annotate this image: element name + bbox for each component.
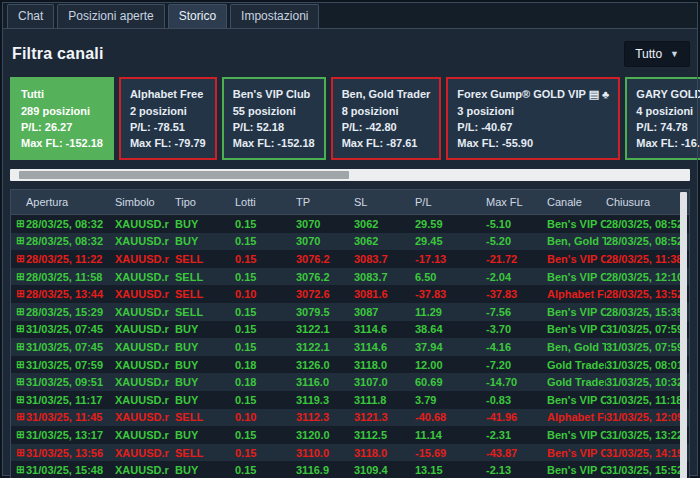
cell-lotti: 0.15 (235, 464, 296, 476)
cell-simbolo: XAUUSD.r (115, 464, 175, 476)
expand-row-icon[interactable]: ⊞ (16, 377, 26, 387)
cell-lotti: 0.15 (235, 341, 296, 353)
expand-row-icon[interactable]: ⊞ (16, 307, 26, 317)
cell-maxfl: -5.10 (486, 218, 547, 230)
table-row[interactable]: ⊞28/03/25, 08:32XAUUSD.rBUY0.15307030622… (11, 233, 689, 251)
expand-row-icon[interactable]: ⊞ (16, 324, 26, 334)
cell-tipo: BUY (175, 235, 235, 247)
table-row[interactable]: ⊞31/03/25, 07:45XAUUSD.rBUY0.153122.1311… (11, 338, 689, 356)
channel-card[interactable]: Ben, Gold Trader8 posizioniP/L: -42.80Ma… (331, 77, 442, 160)
tab-bar: ChatPosizioni aperteStoricoImpostazioni (2, 2, 698, 29)
cell-tipo: SELL (175, 253, 235, 265)
channel-card-pl: P/L: -78.51 (130, 119, 206, 135)
cell-chiusura: 31/03/25, 07:59 (606, 323, 689, 335)
cell-sl: 3062 (354, 235, 415, 247)
channel-card[interactable]: Forex Gump® GOLD VIP ▤ ♣3 posizioniP/L: … (446, 77, 620, 160)
cell-tipo: BUY (175, 429, 235, 441)
expand-row-icon[interactable]: ⊞ (16, 430, 26, 440)
table-row[interactable]: ⊞31/03/25, 13:17XAUUSD.rBUY0.153120.0311… (11, 426, 689, 444)
cell-apertura: 31/03/25, 13:56 (26, 447, 115, 459)
expand-row-icon[interactable]: ⊞ (16, 465, 26, 475)
cell-chiusura: 28/03/25, 08:52 (606, 235, 689, 247)
vertical-scrollbar[interactable] (680, 192, 687, 478)
cell-pl: 29.59 (415, 218, 486, 230)
cell-lotti: 0.10 (235, 288, 296, 300)
cell-pl: 13.15 (415, 464, 486, 476)
table-row[interactable]: ⊞31/03/25, 09:51XAUUSD.rBUY0.183116.0310… (11, 373, 689, 391)
channel-card[interactable]: GARY GOLD TRADER4 posizioniP/L: 74.78Max… (625, 77, 700, 160)
cell-simbolo: XAUUSD.r (115, 323, 175, 335)
cell-tp: 3076.2 (296, 271, 354, 283)
table-row[interactable]: ⊞28/03/25, 11:22XAUUSD.rSELL0.153076.230… (11, 250, 689, 268)
cell-maxfl: -2.31 (486, 429, 547, 441)
cell-canale: Ben's VIP C (547, 306, 606, 318)
horizontal-scrollbar[interactable] (10, 169, 690, 181)
table-row[interactable]: ⊞28/03/25, 15:29XAUUSD.rSELL0.153079.530… (11, 303, 689, 321)
expand-row-icon[interactable]: ⊞ (16, 254, 26, 264)
cell-sl: 3081.6 (354, 288, 415, 300)
expand-row-icon[interactable]: ⊞ (16, 272, 26, 282)
cell-sl: 3114.6 (354, 323, 415, 335)
cell-simbolo: XAUUSD.r (115, 341, 175, 353)
page-title: Filtra canali (12, 45, 104, 63)
cell-simbolo: XAUUSD.r (115, 271, 175, 283)
table-row[interactable]: ⊞31/03/25, 15:48XAUUSD.rBUY0.153116.9310… (11, 461, 689, 478)
cell-lotti: 0.15 (235, 235, 296, 247)
table-row[interactable]: ⊞31/03/25, 11:17XAUUSD.rBUY0.153119.3311… (11, 391, 689, 409)
cell-tp: 3116.0 (296, 376, 354, 388)
tab-storico[interactable]: Storico (168, 4, 227, 28)
column-header-sl: SL (354, 196, 415, 208)
tab-chat[interactable]: Chat (7, 4, 54, 28)
storico-panel: Filtra canali Tutto ▼ Tutti289 posizioni… (2, 29, 698, 478)
expand-row-icon[interactable]: ⊞ (16, 289, 26, 299)
cell-canale: Alphabet Fr (547, 411, 606, 423)
column-header-canale: Canale (547, 196, 606, 208)
expand-row-icon[interactable]: ⊞ (16, 219, 26, 229)
cell-canale: Ben's VIP C (547, 253, 606, 265)
column-header-apertura: Apertura (26, 196, 115, 208)
cell-apertura: 31/03/25, 11:45 (26, 411, 115, 423)
tab-impostazioni[interactable]: Impostazioni (230, 4, 319, 28)
cell-tipo: BUY (175, 464, 235, 476)
table-row[interactable]: ⊞28/03/25, 13:44XAUUSD.rSELL0.103072.630… (11, 285, 689, 303)
cell-simbolo: XAUUSD.r (115, 376, 175, 388)
cell-maxfl: -2.13 (486, 464, 547, 476)
channel-card-positions: 3 posizioni (457, 103, 609, 119)
cell-sl: 3083.7 (354, 271, 415, 283)
cell-sl: 3087 (354, 306, 415, 318)
cell-lotti: 0.15 (235, 218, 296, 230)
table-row[interactable]: ⊞28/03/25, 08:32XAUUSD.rBUY0.15307030622… (11, 215, 689, 233)
cell-pl: 29.45 (415, 235, 486, 247)
table-row[interactable]: ⊞28/03/25, 11:58XAUUSD.rSELL0.153076.230… (11, 268, 689, 286)
table-row[interactable]: ⊞31/03/25, 07:59XAUUSD.rBUY0.183126.0311… (11, 356, 689, 374)
cell-lotti: 0.15 (235, 306, 296, 318)
channel-card-maxfl: Max FL: -55.90 (457, 135, 609, 151)
channel-card[interactable]: Tutti289 posizioniP/L: 26.27Max FL: -152… (10, 77, 114, 160)
channel-card[interactable]: Alphabet Free2 posizioniP/L: -78.51Max F… (119, 77, 217, 160)
channel-card-maxfl: Max FL: -152.18 (21, 135, 103, 151)
expand-row-icon[interactable]: ⊞ (16, 412, 26, 422)
channel-card[interactable]: Ben's VIP Club55 posizioniP/L: 52.18Max … (222, 77, 326, 160)
cell-canale: Ben's VIP C (547, 464, 606, 476)
expand-row-icon[interactable]: ⊞ (16, 360, 26, 370)
expand-row-icon[interactable]: ⊞ (16, 395, 26, 405)
expand-row-icon[interactable]: ⊞ (16, 236, 26, 246)
cell-pl: 6.50 (415, 271, 486, 283)
cell-maxfl: -5.20 (486, 235, 547, 247)
cell-apertura: 31/03/25, 07:59 (26, 359, 115, 371)
horizontal-scrollbar-thumb[interactable] (19, 171, 349, 179)
cell-apertura: 31/03/25, 07:45 (26, 323, 115, 335)
cell-maxfl: -37.83 (486, 288, 547, 300)
expand-row-icon[interactable]: ⊞ (16, 342, 26, 352)
cell-canale: Ben's VIP C (547, 218, 606, 230)
expand-row-icon[interactable]: ⊞ (16, 448, 26, 458)
cell-maxfl: -43.87 (486, 447, 547, 459)
cell-canale: Ben, Gold T (547, 341, 606, 353)
table-row[interactable]: ⊞31/03/25, 13:56XAUUSD.rSELL0.153110.031… (11, 444, 689, 462)
tab-posizioni-aperte[interactable]: Posizioni aperte (57, 4, 164, 28)
dropdown-selected-value: Tutto (635, 47, 662, 61)
table-row[interactable]: ⊞31/03/25, 07:45XAUUSD.rBUY0.153122.1311… (11, 321, 689, 339)
table-row[interactable]: ⊞31/03/25, 11:45XAUUSD.rSELL0.103112.331… (11, 409, 689, 427)
cell-tp: 3079.5 (296, 306, 354, 318)
channel-filter-dropdown[interactable]: Tutto ▼ (624, 41, 690, 67)
